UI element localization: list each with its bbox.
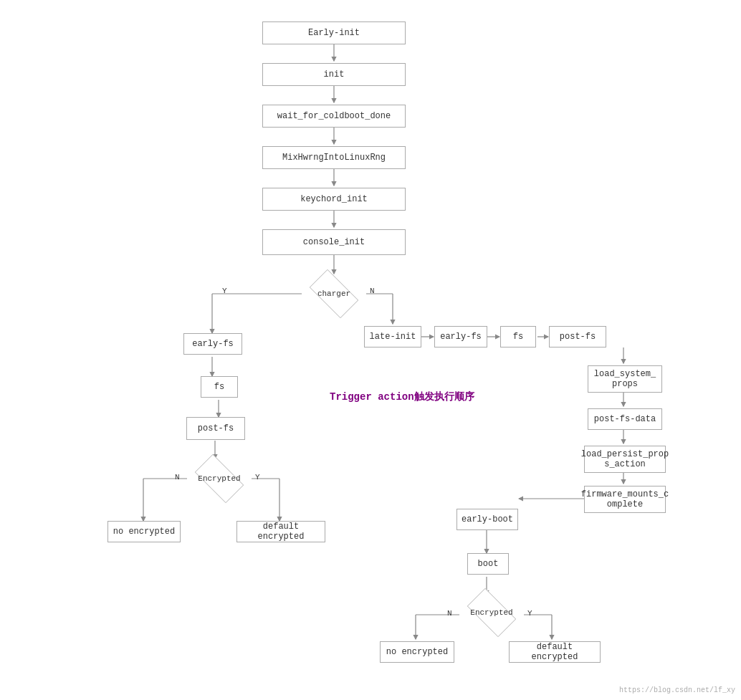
encrypted-left-y-label: Y	[255, 473, 260, 481]
default-encrypted-right-label: default encrypted	[512, 642, 597, 662]
post-fs-right-box: post-fs	[549, 326, 606, 347]
early-boot-label: early-boot	[462, 514, 513, 524]
encrypted-left-diamond: Encrypted	[187, 461, 252, 497]
load-system-props-box: load_system_ props	[588, 365, 662, 393]
encrypted-right-diamond: Encrypted	[459, 595, 524, 631]
boot-box: boot	[467, 553, 509, 575]
no-encrypted-left-box: no encrypted	[107, 521, 181, 542]
post-fs-right-label: post-fs	[560, 332, 596, 342]
encrypted-right-y-label: Y	[527, 609, 532, 618]
early-fs-left-box: early-fs	[183, 333, 242, 355]
post-fs-left-label: post-fs	[198, 423, 234, 433]
charger-n-label: N	[370, 287, 375, 295]
watermark: https://blog.csdn.net/lf_xy	[619, 686, 735, 694]
load-persist-label: load_persist_prop s_action	[581, 449, 669, 469]
early-init-box: Early-init	[262, 21, 406, 44]
firmware-mounts-box: firmware_mounts_c omplete	[584, 486, 666, 513]
init-box: init	[262, 63, 406, 86]
wait-box: wait_for_coldboot_done	[262, 105, 406, 128]
watermark-text: https://blog.csdn.net/lf_xy	[619, 686, 735, 694]
encrypted-right-label: Encrypted	[470, 608, 512, 617]
early-boot-box: early-boot	[456, 509, 518, 530]
console-box: console_init	[262, 229, 406, 255]
post-fs-left-box: post-fs	[186, 417, 245, 440]
fs-left-label: fs	[214, 382, 224, 392]
firmware-mounts-label: firmware_mounts_c omplete	[581, 489, 669, 509]
default-encrypted-right-box: default encrypted	[509, 641, 601, 663]
late-init-label: late-init	[370, 332, 416, 342]
post-fs-data-label: post-fs-data	[594, 414, 656, 424]
console-label: console_init	[303, 237, 365, 247]
keychord-label: keychord_init	[300, 194, 368, 204]
encrypted-left-n-label: N	[175, 473, 180, 481]
encrypted-right-n-label: N	[447, 609, 452, 618]
default-encrypted-left-label: default encrypted	[240, 522, 322, 542]
keychord-box: keychord_init	[262, 188, 406, 211]
charger-y-label: Y	[222, 287, 227, 295]
trigger-action-label: Trigger action触发执行顺序	[330, 390, 474, 403]
load-system-props-label: load_system_ props	[594, 369, 656, 389]
boot-label: boot	[478, 559, 499, 569]
init-label: init	[324, 69, 345, 80]
early-fs-left-label: early-fs	[192, 339, 234, 349]
no-encrypted-right-box: no encrypted	[380, 641, 454, 663]
trigger-action-text: Trigger action触发执行顺序	[330, 391, 474, 403]
mix-label: MixHwrngIntoLinuxRng	[282, 153, 386, 163]
post-fs-data-box: post-fs-data	[588, 408, 662, 430]
charger-diamond: charger	[302, 276, 366, 312]
late-init-box: late-init	[364, 326, 421, 347]
mix-box: MixHwrngIntoLinuxRng	[262, 146, 406, 169]
no-encrypted-left-label: no encrypted	[113, 527, 175, 537]
fs-left-box: fs	[201, 376, 238, 398]
no-encrypted-right-label: no encrypted	[386, 647, 448, 657]
diagram-container: Early-init init wait_for_coldboot_done M…	[0, 0, 741, 700]
encrypted-left-label: Encrypted	[198, 474, 240, 483]
fs-right-label: fs	[513, 332, 523, 342]
load-persist-box: load_persist_prop s_action	[584, 446, 666, 473]
default-encrypted-left-box: default encrypted	[236, 521, 325, 542]
early-init-label: Early-init	[308, 28, 360, 38]
early-fs-right-box: early-fs	[434, 326, 487, 347]
fs-right-box: fs	[500, 326, 536, 347]
charger-label: charger	[317, 289, 350, 298]
early-fs-right-label: early-fs	[440, 332, 482, 342]
wait-label: wait_for_coldboot_done	[277, 111, 391, 121]
